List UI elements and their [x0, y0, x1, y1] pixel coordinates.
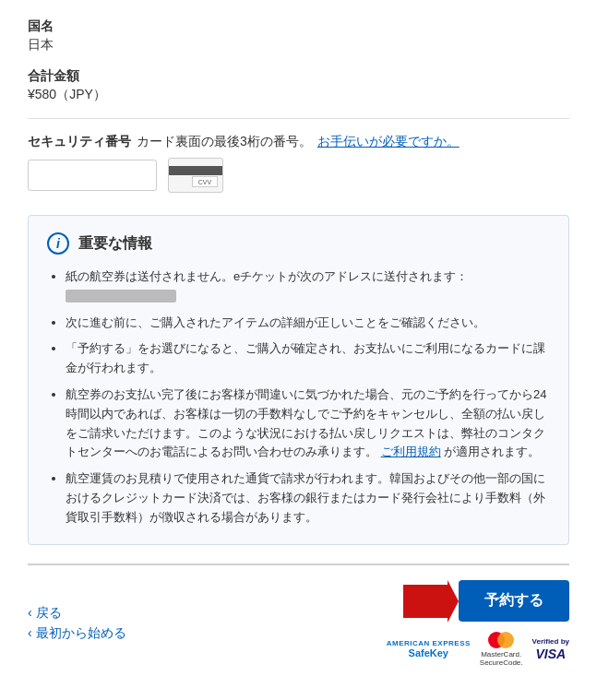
info-item-5: 航空運賃のお見積りで使用された通貨で請求が行われます。韓国およびその他一部の国に…	[66, 469, 550, 527]
security-description: カード裏面の最後3桁の番号。	[137, 134, 312, 150]
security-help-link[interactable]: お手伝いが必要ですか。	[317, 134, 460, 150]
safekey-label: SafeKey	[409, 647, 448, 659]
section-divider-1	[28, 118, 569, 119]
info-box: i 重要な情報 紙の航空券は送付されません。eチケットが次のアドレスに送付されま…	[28, 215, 569, 545]
info-item-2: 次に進む前に、ご購入されたアイテムの詳細が正しいことをご確認ください。	[66, 314, 550, 333]
card-stripe	[169, 166, 222, 175]
info-box-header: i 重要な情報	[47, 232, 550, 255]
badge-amex-safekey: AMERICAN EXPRESS SafeKey	[387, 639, 471, 660]
mastercard-label: MasterCard.	[481, 650, 521, 659]
footer-row: 戻る 最初から始める 予約する AMERICAN EXPRESS SafeKey	[28, 580, 569, 668]
badge-mastercard: MasterCard. SecureCode.	[480, 632, 523, 668]
amex-label: AMERICAN EXPRESS	[387, 639, 471, 648]
info-icon: i	[47, 232, 69, 255]
securecode-label: SecureCode.	[480, 658, 523, 668]
total-value: ¥580（JPY）	[28, 87, 569, 103]
payment-badges: AMERICAN EXPRESS SafeKey MasterCard. Sec…	[387, 632, 569, 668]
terms-suffix: が適用されます。	[444, 445, 540, 458]
total-label: 合計金額	[28, 68, 569, 85]
security-row: セキュリティ番号 カード裏面の最後3桁の番号。 お手伝いが必要ですか。	[28, 134, 569, 150]
info-item-1: 紙の航空券は送付されません。eチケットが次のアドレスに送付されます：	[66, 267, 550, 306]
security-input-row: CVV	[28, 158, 569, 193]
mastercard-circles	[488, 632, 514, 648]
info-box-title: 重要な情報	[78, 234, 152, 254]
book-button-container: 予約する	[403, 580, 569, 623]
book-button[interactable]: 予約する	[459, 580, 569, 622]
visa-label: VISA	[535, 647, 566, 662]
bottom-divider	[28, 564, 569, 565]
svg-marker-0	[403, 580, 459, 623]
right-footer: 予約する AMERICAN EXPRESS SafeKey MasterCard…	[387, 580, 569, 668]
restart-link[interactable]: 最初から始める	[28, 625, 126, 642]
info-item-3: 「予約する」をお選びになると、ご購入が確定され、お支払いにご利用になるカードに課…	[66, 339, 550, 378]
blurred-email	[66, 290, 176, 303]
card-cvv-image: CVV	[168, 158, 223, 193]
card-cvv-box: CVV	[192, 176, 218, 187]
terms-link[interactable]: ご利用規約	[381, 445, 441, 458]
country-label: 国名	[28, 18, 569, 35]
security-number-input[interactable]	[28, 160, 157, 191]
country-value: 日本	[28, 37, 569, 53]
verified-label: Verified by	[532, 637, 569, 647]
info-box-list: 紙の航空券は送付されません。eチケットが次のアドレスに送付されます： 次に進む前…	[47, 267, 550, 528]
badge-visa: Verified by VISA	[532, 637, 569, 661]
info-item-4: 航空券のお支払い完了後にお客様が間違いに気づかれた場合、元のご予約を行ってから2…	[66, 386, 550, 462]
arrow-decoration	[403, 580, 459, 623]
back-link[interactable]: 戻る	[28, 605, 126, 622]
mc-orange-circle	[497, 632, 514, 648]
security-label: セキュリティ番号	[28, 134, 131, 150]
nav-links: 戻る 最初から始める	[28, 605, 126, 642]
